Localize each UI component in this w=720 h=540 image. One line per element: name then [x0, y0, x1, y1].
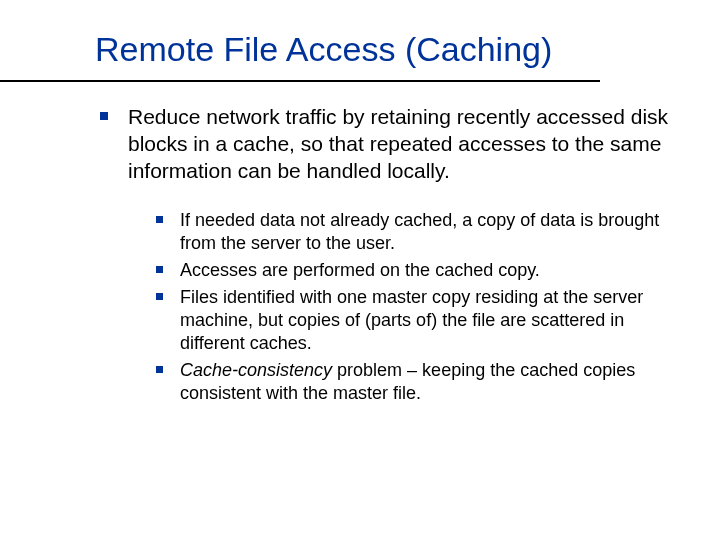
- level1-text: Reduce network traffic by retaining rece…: [128, 105, 668, 182]
- level2-text: If needed data not already cached, a cop…: [180, 210, 659, 253]
- title-underline: [0, 80, 600, 82]
- square-bullet-icon: [156, 266, 163, 273]
- square-bullet-icon: [100, 112, 108, 120]
- level2-text: Files identified with one master copy re…: [180, 287, 643, 353]
- level2-item: If needed data not already cached, a cop…: [156, 209, 680, 255]
- level1-item: Reduce network traffic by retaining rece…: [100, 104, 680, 185]
- level2-list: If needed data not already cached, a cop…: [156, 209, 680, 405]
- slide: Remote File Access (Caching) Reduce netw…: [0, 0, 720, 540]
- square-bullet-icon: [156, 366, 163, 373]
- square-bullet-icon: [156, 293, 163, 300]
- level2-text: Cache-consistency problem – keeping the …: [180, 360, 635, 403]
- level2-item: Accesses are performed on the cached cop…: [156, 259, 680, 282]
- slide-title: Remote File Access (Caching): [95, 30, 552, 69]
- slide-body: Reduce network traffic by retaining rece…: [100, 104, 680, 409]
- level2-text: Accesses are performed on the cached cop…: [180, 260, 540, 280]
- square-bullet-icon: [156, 216, 163, 223]
- level2-item: Files identified with one master copy re…: [156, 286, 680, 355]
- italic-term: Cache-consistency: [180, 360, 332, 380]
- level2-item: Cache-consistency problem – keeping the …: [156, 359, 680, 405]
